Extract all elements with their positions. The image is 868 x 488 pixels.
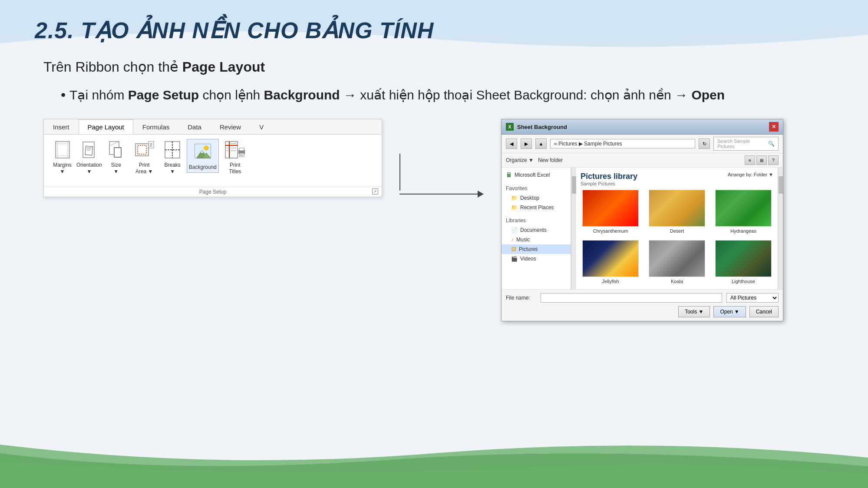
organize-button[interactable]: Organize ▼ xyxy=(506,157,534,163)
image-item-desert[interactable]: Desert xyxy=(647,190,707,234)
connector-vertical xyxy=(399,154,400,191)
search-placeholder: Search Sample Pictures xyxy=(717,138,768,149)
bullet-middle: chọn lệnh xyxy=(199,88,264,102)
dialog-titlebar: X Sheet Background ✕ xyxy=(502,119,783,135)
nav-item-recent-places[interactable]: 📁 Recent Places xyxy=(502,203,571,212)
breadcrumb-text: « Pictures ▶ Sample Pictures xyxy=(554,141,622,147)
image-label-chrysanthemum: Chrysanthemum xyxy=(593,228,628,234)
tab-view[interactable]: V xyxy=(250,119,273,134)
breadcrumb-bar[interactable]: « Pictures ▶ Sample Pictures xyxy=(550,139,695,148)
pictures-folder-icon: 🖼 xyxy=(511,246,516,252)
ribbon-body: Margins▼ Orientation▼ xyxy=(44,135,382,187)
subtitle-normal: Trên Ribbon chọn thẻ xyxy=(43,59,182,75)
cancel-label: Cancel xyxy=(756,309,772,315)
nav-item-videos[interactable]: 🎬 Videos xyxy=(502,254,571,264)
tab-review[interactable]: Review xyxy=(211,119,250,134)
tools-button[interactable]: Tools ▼ xyxy=(678,306,710,317)
background-label: Background xyxy=(189,164,217,170)
tab-data[interactable]: Data xyxy=(178,119,211,134)
margins-label: Margins▼ xyxy=(53,162,72,175)
image-item-koala[interactable]: Koala xyxy=(647,240,707,284)
nav-refresh-button[interactable]: ↻ xyxy=(699,138,710,149)
library-header: Pictures library Sample Pictures xyxy=(581,172,637,186)
orientation-label: Orientation▼ xyxy=(76,162,102,175)
music-label: Music xyxy=(516,237,530,243)
image-label-hydrangeas: Hydrangeas xyxy=(730,228,756,234)
arrange-by[interactable]: Arrange by: Folder ▼ xyxy=(728,172,773,177)
documents-label: Documents xyxy=(520,227,547,233)
nav-scrollbar[interactable] xyxy=(571,168,576,289)
nav-up-button[interactable]: ▲ xyxy=(535,138,547,149)
ribbon-item-orientation[interactable]: Orientation▼ xyxy=(76,139,102,175)
svg-rect-12 xyxy=(114,148,121,157)
tab-page-layout[interactable]: Page Layout xyxy=(79,119,133,134)
nav-panel: 🖩 Microsoft Excel Favorites 📁 Desktop 📁 … xyxy=(502,168,571,289)
content-scrollbar[interactable] xyxy=(778,168,783,289)
nav-item-documents[interactable]: 📄 Documents xyxy=(502,225,571,235)
tab-insert[interactable]: Insert xyxy=(44,119,79,134)
videos-folder-icon: 🎬 xyxy=(511,256,518,262)
bullet-arrow: → xuất hiện hộp thoại Sheet Background: … xyxy=(340,88,692,102)
nav-forward-button[interactable]: ▶ xyxy=(521,138,532,149)
ribbon-item-size[interactable]: Size▼ xyxy=(104,139,128,175)
excel-icon: 🖩 xyxy=(506,171,512,178)
size-label: Size▼ xyxy=(111,162,121,175)
image-thumb-lighthouse xyxy=(715,240,772,277)
view-help-button[interactable]: ? xyxy=(768,155,779,165)
image-item-jellyfish[interactable]: Jellyfish xyxy=(581,240,640,284)
open-button[interactable]: Open ▼ xyxy=(713,306,746,317)
videos-label: Videos xyxy=(520,256,536,262)
nav-back-button[interactable]: ◀ xyxy=(506,138,517,149)
print-titles-icon xyxy=(224,139,246,161)
content-panel: Pictures library Sample Pictures Arrange… xyxy=(576,168,778,289)
svg-rect-28 xyxy=(225,142,238,158)
ribbon-item-print-titles[interactable]: PrintTitles xyxy=(221,139,249,175)
filetype-select[interactable]: All Pictures xyxy=(726,293,779,303)
image-thumb-hydrangeas xyxy=(715,190,772,227)
print-titles-label: PrintTitles xyxy=(229,162,241,175)
scrollbar-thumb[interactable] xyxy=(572,176,576,194)
nav-item-music[interactable]: ♪ Music xyxy=(502,235,571,244)
search-bar[interactable]: Search Sample Pictures 🔍 xyxy=(713,137,779,151)
nav-item-favorites-header: Favorites xyxy=(502,184,571,193)
subtitle-bold: Page Layout xyxy=(182,59,265,75)
nav-item-pictures[interactable]: 🖼 Pictures xyxy=(502,244,571,254)
dialog-close-button[interactable]: ✕ xyxy=(769,122,779,132)
cancel-button[interactable]: Cancel xyxy=(749,306,779,317)
orientation-icon xyxy=(78,139,100,161)
dialog-title-text: Sheet Background xyxy=(517,124,567,130)
pictures-label: Pictures xyxy=(519,246,538,252)
image-item-chrysanthemum[interactable]: Chrysanthemum xyxy=(581,190,640,234)
main-content: 2.5. TẠO ẢNH NỀN CHO BẢNG TÍNH Trên Ribb… xyxy=(0,0,868,488)
ribbon-item-background[interactable]: Background xyxy=(187,139,219,172)
new-folder-label: New folder xyxy=(538,157,563,163)
page-setup-expand-btn[interactable]: ↗ xyxy=(372,188,378,195)
ribbon-item-breaks[interactable]: Breaks▼ xyxy=(161,139,185,175)
dialog-title-left: X Sheet Background xyxy=(506,123,567,131)
new-folder-button[interactable]: New folder xyxy=(538,157,563,163)
nav-item-excel[interactable]: 🖩 Microsoft Excel xyxy=(502,170,571,180)
background-icon xyxy=(192,141,214,163)
content-header: Pictures library Sample Pictures Arrange… xyxy=(581,172,773,186)
image-thumb-desert xyxy=(649,190,705,227)
image-label-lighthouse: Lighthouse xyxy=(732,279,755,284)
recent-places-label: Recent Places xyxy=(520,204,554,211)
open-label: Open xyxy=(720,309,733,315)
filename-input[interactable] xyxy=(541,293,722,303)
sheet-background-dialog: X Sheet Background ✕ ◀ ▶ ▲ « Pictures ▶ … xyxy=(501,119,783,321)
tab-formulas[interactable]: Formulas xyxy=(133,119,179,134)
view-grid-button[interactable]: ⊞ xyxy=(756,155,767,165)
ribbon-item-print-area[interactable]: PrintArea ▼ xyxy=(130,139,158,175)
content-scrollbar-thumb[interactable] xyxy=(779,176,783,194)
dialog-body: 🖩 Microsoft Excel Favorites 📁 Desktop 📁 … xyxy=(502,168,783,289)
ribbon-item-margins[interactable]: Margins▼ xyxy=(50,139,74,175)
image-label-koala: Koala xyxy=(671,279,683,284)
bullet-bold3: Open xyxy=(691,88,725,102)
breaks-icon xyxy=(162,139,183,161)
nav-item-desktop[interactable]: 📁 Desktop xyxy=(502,193,571,203)
print-area-label: PrintArea ▼ xyxy=(135,162,153,175)
view-list-button[interactable]: ≡ xyxy=(745,155,755,165)
nav-item-libraries-header: Libraries xyxy=(502,216,571,225)
image-item-lighthouse[interactable]: Lighthouse xyxy=(713,240,773,284)
image-item-hydrangeas[interactable]: Hydrangeas xyxy=(713,190,773,234)
